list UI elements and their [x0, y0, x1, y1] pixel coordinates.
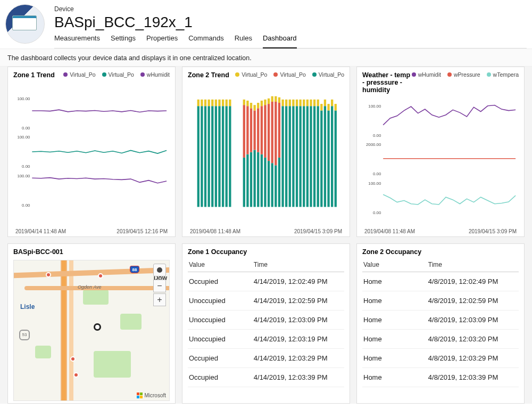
- table-row: Home4/8/2019, 12:03:20 PM: [362, 330, 519, 349]
- map-label-lisle: Lisle: [20, 303, 35, 310]
- breadcrumb: Device: [54, 5, 527, 13]
- svg-rect-31: [246, 101, 248, 106]
- legend-item: Virtual_Po: [273, 71, 305, 78]
- svg-rect-41: [261, 154, 263, 207]
- svg-rect-81: [320, 110, 322, 207]
- page-title: BASpi_BCC_192x_1: [54, 14, 527, 31]
- table-header: ValueTime: [188, 256, 344, 272]
- svg-rect-8: [201, 106, 203, 207]
- tab-rules[interactable]: Rules: [235, 34, 252, 45]
- svg-rect-42: [261, 106, 263, 154]
- svg-rect-74: [306, 100, 309, 106]
- interstate-shield: 88: [130, 266, 139, 273]
- table-row: Unoccupied4/14/2019, 12:03:19 PM: [188, 330, 344, 349]
- svg-rect-38: [257, 152, 259, 207]
- card-title: Zone 1 Occupancy: [188, 248, 344, 256]
- svg-rect-50: [271, 163, 273, 207]
- traffic-dot-icon: [70, 356, 76, 362]
- card-zone2-occupancy: Zone 2 Occupancy ValueTime Home4/8/2019,…: [356, 243, 525, 404]
- tab-bar: MeasurementsSettingsPropertiesCommandsRu…: [54, 34, 527, 48]
- svg-rect-80: [317, 100, 319, 106]
- svg-rect-14: [211, 106, 213, 207]
- card-title: BASpi-BCC-001: [13, 248, 170, 256]
- svg-text:2000.00: 2000.00: [366, 142, 381, 147]
- svg-text:100.00: 100.00: [368, 181, 381, 186]
- svg-rect-7: [197, 100, 200, 106]
- svg-rect-75: [310, 106, 312, 207]
- table-row: Home4/8/2019, 12:02:49 PM: [362, 272, 519, 291]
- svg-rect-51: [271, 102, 273, 163]
- svg-text:100.00: 100.00: [17, 96, 30, 101]
- table-header: ValueTime: [362, 256, 519, 272]
- svg-rect-83: [324, 106, 326, 207]
- table-row: Home4/8/2019, 12:03:29 PM: [362, 349, 519, 368]
- svg-text:100.00: 100.00: [368, 104, 381, 109]
- tab-dashboard[interactable]: Dashboard: [263, 34, 297, 48]
- card-title: Weather - temp - presssure - humidity: [362, 71, 412, 94]
- weather-chart: 100.000.002000.000.00100.000.00: [362, 94, 519, 227]
- svg-rect-90: [335, 104, 337, 110]
- svg-rect-28: [243, 100, 245, 105]
- dashboard-description: The dashboard collects your device data …: [0, 48, 532, 67]
- legend-item: Virtual_Po: [235, 71, 267, 78]
- tab-properties[interactable]: Properties: [146, 34, 178, 45]
- chart-legend: Virtual_PoVirtual_PowHumidit: [63, 71, 170, 78]
- svg-text:0.00: 0.00: [373, 171, 381, 176]
- map-zoom-out-button[interactable]: −: [153, 280, 166, 292]
- svg-rect-62: [285, 100, 287, 106]
- card-title: Zone 2 Trend: [188, 71, 229, 79]
- svg-rect-22: [226, 106, 228, 207]
- svg-rect-9: [201, 100, 203, 106]
- route-shield: 53: [19, 330, 30, 340]
- svg-rect-27: [243, 105, 245, 158]
- svg-rect-54: [275, 102, 277, 165]
- svg-rect-39: [257, 108, 259, 152]
- svg-rect-61: [285, 106, 287, 207]
- zone2-chart: [188, 79, 344, 227]
- svg-rect-65: [292, 106, 294, 207]
- map-zoom-in-button[interactable]: +: [153, 293, 166, 306]
- svg-rect-6: [197, 106, 200, 207]
- traffic-dot-icon: [98, 273, 103, 279]
- legend-item: wHumidit: [140, 71, 170, 78]
- card-zone1-occupancy: Zone 1 Occupancy ValueTime Occupied4/14/…: [182, 243, 350, 404]
- svg-rect-48: [268, 104, 270, 161]
- legend-item: wHumidit: [412, 71, 441, 78]
- svg-rect-34: [250, 103, 252, 108]
- map-attribution: Microsoft: [137, 393, 166, 398]
- map-locate-button[interactable]: [153, 264, 166, 276]
- map-pin: [94, 323, 101, 331]
- svg-rect-46: [264, 100, 266, 105]
- svg-rect-57: [278, 103, 280, 158]
- svg-rect-40: [257, 103, 259, 108]
- svg-text:100.00: 100.00: [17, 135, 30, 140]
- table-row: Unoccupied4/14/2019, 12:03:09 PM: [188, 310, 344, 330]
- svg-text:0.00: 0.00: [22, 164, 30, 169]
- svg-rect-13: [207, 100, 210, 106]
- legend-item: Virtual_Po: [63, 71, 95, 78]
- table-row: Home4/8/2019, 12:03:09 PM: [362, 310, 519, 330]
- svg-rect-36: [253, 110, 255, 150]
- svg-rect-55: [275, 96, 277, 102]
- svg-rect-85: [327, 110, 329, 207]
- svg-rect-24: [229, 106, 231, 207]
- table-row: Occupied4/14/2019, 12:02:49 PM: [188, 272, 344, 291]
- device-avatar: [5, 4, 45, 44]
- x-axis-range: 2019/04/14 11:48 AM2019/04/15 12:16 PM: [13, 227, 170, 234]
- tab-measurements[interactable]: Measurements: [54, 34, 100, 45]
- svg-rect-30: [246, 106, 248, 154]
- svg-rect-59: [281, 106, 284, 207]
- svg-rect-47: [268, 161, 270, 207]
- svg-rect-43: [261, 101, 263, 106]
- x-axis-range: 2019/04/08 11:48 AM2019/04/15 3:09 PM: [362, 227, 519, 234]
- svg-rect-19: [218, 100, 220, 106]
- tab-commands[interactable]: Commands: [188, 34, 223, 45]
- svg-rect-69: [299, 106, 301, 207]
- traffic-dot-icon: [73, 372, 79, 378]
- device-map[interactable]: 53 88 Lisle Dow − + Microsoft ©2019 TomT…: [13, 260, 170, 401]
- svg-rect-88: [331, 100, 333, 106]
- tab-settings[interactable]: Settings: [111, 34, 136, 45]
- svg-rect-76: [310, 100, 312, 106]
- card-weather-trend: Weather - temp - presssure - humidity wH…: [356, 67, 525, 237]
- svg-rect-49: [268, 99, 270, 104]
